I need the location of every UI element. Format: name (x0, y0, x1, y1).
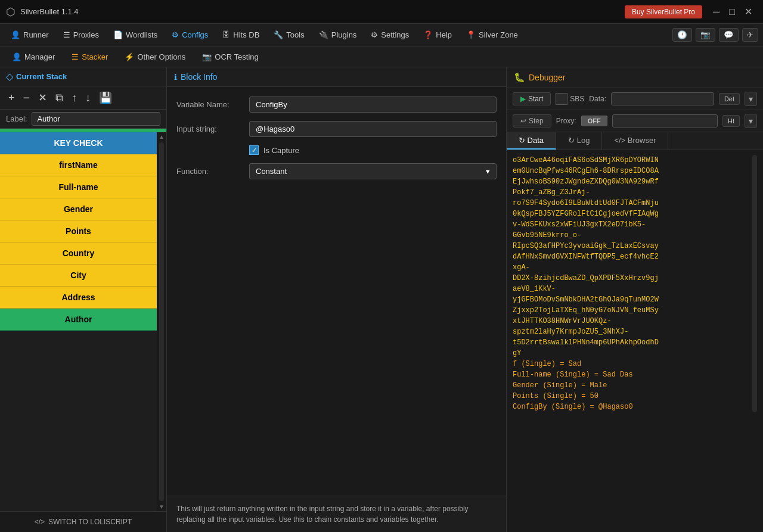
nav-runner[interactable]: 👤 Runner (5, 28, 55, 42)
input-string-row: Input string: (176, 121, 497, 137)
hitsdb-label: Hits DB (233, 30, 259, 39)
buy-pro-button[interactable]: Buy SilverBullet Pro (625, 5, 702, 18)
description-box: This will just return anything written i… (167, 496, 506, 532)
function-select[interactable]: Constant ▾ (249, 163, 497, 179)
move-down-button[interactable]: ↓ (83, 91, 93, 105)
switch-to-loliscript-button[interactable]: </> SWITCH TO LOLISCRIPT (0, 511, 166, 532)
block-info-icon: ℹ (174, 73, 177, 82)
add-block-button[interactable]: + (6, 91, 17, 105)
nav-help[interactable]: ❓ Help (417, 28, 458, 42)
scroll-down-arrow[interactable]: ▼ (159, 503, 165, 510)
proxy-off-toggle[interactable]: OFF (581, 116, 607, 126)
configs-label: Configs (182, 30, 208, 39)
stack-item-address[interactable]: Address (0, 287, 157, 309)
det-dropdown-button[interactable]: ▾ (745, 92, 757, 106)
clone-block-button[interactable]: ⧉ (53, 91, 66, 105)
label-text: Label: (6, 114, 27, 123)
stacker-icon: ☰ (72, 52, 79, 61)
nav-wordlists[interactable]: 📄 Wordlists (107, 28, 163, 42)
debug-tabs: ↻ Data ↻ Log </> Browser (507, 132, 763, 150)
input-string-input[interactable] (249, 121, 497, 137)
proxies-icon: ☰ (63, 30, 70, 39)
stack-item-firstname[interactable]: firstName (0, 154, 157, 176)
nav-plugins[interactable]: 🔌 Plugins (313, 28, 363, 42)
step-icon: ↩ (520, 117, 526, 125)
nav-proxies[interactable]: ☰ Proxies (57, 28, 105, 42)
help-label: Help (436, 30, 452, 39)
close-button[interactable]: ✕ (740, 5, 757, 18)
center-header: ℹ Block Info (167, 67, 506, 87)
stack-item-keycheck[interactable]: KEY CHECK (0, 132, 157, 154)
save-button[interactable]: 💾 (97, 90, 114, 105)
stacker-label: Stacker (82, 52, 108, 61)
stack-items-list: KEY CHECK firstName Full-name Gender Poi… (0, 132, 157, 511)
ht-dropdown-button[interactable]: ▾ (745, 114, 757, 128)
proxy-input[interactable] (612, 114, 718, 127)
stack-item-gender[interactable]: Gender (0, 198, 157, 220)
nav-silverzone[interactable]: 📍 Silver Zone (460, 28, 524, 42)
data-tab-icon: ↻ (519, 136, 525, 145)
step-button[interactable]: ↩ Step (513, 114, 551, 127)
ocrtesting-icon: 📷 (202, 52, 212, 61)
output-scrollbar[interactable] (752, 155, 757, 412)
stack-item-author[interactable]: Author (0, 309, 157, 331)
nav-configs[interactable]: ⚙ Configs (166, 28, 214, 42)
sbs-checkbox[interactable] (556, 93, 567, 105)
app-icon: ⬡ (6, 5, 15, 18)
stack-item-points[interactable]: Points (0, 220, 157, 242)
stack-item-city[interactable]: City (0, 265, 157, 287)
subnav-manager[interactable]: 👤 Manager (5, 50, 62, 64)
discord-icon-btn[interactable]: 💬 (719, 28, 739, 42)
main-area: ◇ Current Stack + − ✕ ⧉ ↑ ↓ 💾 Label: KEY… (0, 67, 763, 532)
log-tab-icon: ↻ (568, 136, 575, 145)
stack-scrollbar[interactable]: ▲ ▼ (157, 132, 166, 511)
tab-browser[interactable]: </> Browser (602, 132, 668, 150)
plugins-label: Plugins (331, 30, 357, 39)
otheroptions-icon: ⚡ (125, 52, 134, 61)
settings-icon: ⚙ (371, 30, 378, 39)
ht-button[interactable]: Ht (722, 115, 740, 127)
output-encoded-text: o3ArCweA46oqiFAS6oSdSMjXR6pDYORWIN em0Un… (513, 156, 659, 357)
manager-icon: 👤 (12, 52, 21, 61)
clear-block-button[interactable]: ✕ (36, 90, 49, 105)
debugger-header: 🐛 Debugger (507, 67, 763, 88)
subnav-otheroptions[interactable]: ⚡ Other Options (117, 50, 193, 64)
nav-tools[interactable]: 🔧 Tools (268, 28, 310, 42)
step-label: Step (529, 117, 544, 125)
nav-settings[interactable]: ⚙ Settings (365, 28, 415, 42)
det-button[interactable]: Det (719, 93, 740, 105)
help-icon: ❓ (423, 30, 433, 39)
debugger-icon: 🐛 (514, 72, 525, 83)
debugger-title: Debugger (529, 73, 566, 82)
stack-item-fullname[interactable]: Full-name (0, 176, 157, 198)
tab-data[interactable]: ↻ Data (507, 132, 556, 150)
start-button[interactable]: ▶ Start (513, 92, 551, 105)
telegram-icon-btn[interactable]: ✈ (742, 28, 758, 42)
variable-name-input[interactable] (249, 97, 497, 113)
tab-log[interactable]: ↻ Log (556, 132, 602, 150)
remove-block-button[interactable]: − (21, 91, 33, 105)
is-capture-checkbox[interactable]: ✓ (249, 145, 259, 155)
function-value: Constant (256, 167, 287, 176)
label-input[interactable] (32, 112, 160, 126)
stack-toolbar: + − ✕ ⧉ ↑ ↓ 💾 (0, 86, 166, 110)
camera-icon-btn[interactable]: 📷 (696, 28, 715, 42)
subnav-stacker[interactable]: ☰ Stacker (64, 50, 115, 64)
stack-item-country[interactable]: Country (0, 242, 157, 265)
variable-name-row: Variable Name: (176, 97, 497, 113)
subnav-ocrtesting[interactable]: 📷 OCR Testing (195, 50, 265, 64)
nav-hitsdb[interactable]: 🗄 Hits DB (216, 28, 265, 42)
silverzone-icon: 📍 (466, 30, 476, 39)
data-input[interactable] (611, 92, 714, 105)
maximize-button[interactable]: □ (724, 5, 740, 18)
center-panel: ℹ Block Info Variable Name: Input string… (167, 67, 507, 532)
description-text: This will just return anything written i… (176, 505, 469, 524)
settings-label: Settings (381, 30, 409, 39)
scroll-up-arrow[interactable]: ▲ (159, 133, 165, 140)
debugger-toolbar: ▶ Start SBS Data: Det ▾ (507, 88, 763, 110)
right-panel: 🐛 Debugger ▶ Start SBS Data: Det ▾ ↩ Ste… (507, 67, 763, 532)
history-icon-btn[interactable]: 🕐 (672, 28, 692, 42)
minimize-button[interactable]: ─ (708, 5, 724, 18)
move-up-button[interactable]: ↑ (69, 91, 79, 105)
runner-label: Runner (23, 30, 49, 39)
